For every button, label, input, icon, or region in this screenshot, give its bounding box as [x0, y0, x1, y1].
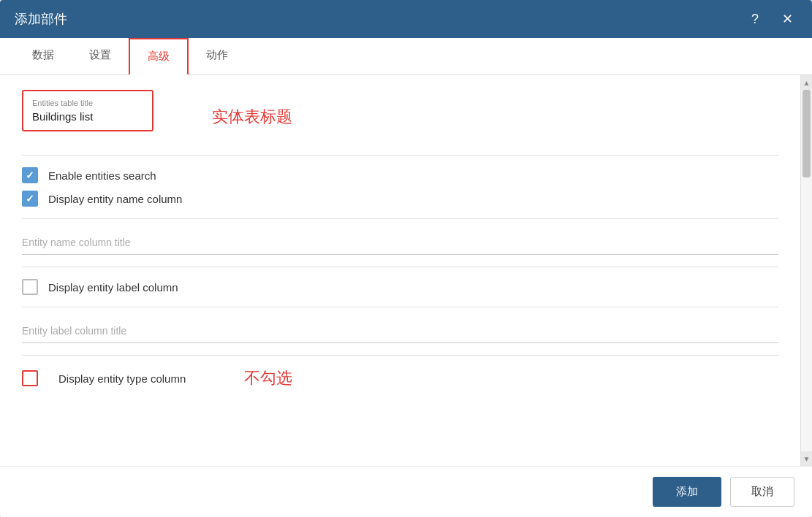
- display-name-column-checkbox[interactable]: ✓: [22, 191, 38, 207]
- display-type-column-checkbox[interactable]: [22, 370, 38, 386]
- entity-title-annotation: 实体表标题: [212, 106, 292, 128]
- scroll-up-button[interactable]: ▲: [801, 75, 812, 90]
- entity-title-row: Entities table title Buildings list 实体表标…: [22, 90, 778, 143]
- enable-search-label: Enable entities search: [48, 169, 156, 182]
- header-actions: ? ✕: [745, 9, 797, 29]
- entity-title-field[interactable]: Entities table title Buildings list: [22, 90, 153, 131]
- tab-advanced[interactable]: 高级: [129, 38, 189, 75]
- enable-search-row: ✓ Enable entities search: [22, 167, 778, 183]
- tab-action[interactable]: 动作: [189, 38, 246, 75]
- display-type-column-label: Display entity type column: [58, 372, 186, 385]
- checkmark-icon: ✓: [26, 170, 34, 180]
- scrollbar: ▲ ▼: [800, 75, 812, 466]
- cancel-button[interactable]: 取消: [730, 477, 794, 507]
- divider-2: [22, 218, 778, 219]
- close-button[interactable]: ✕: [777, 9, 797, 29]
- tab-settings[interactable]: 设置: [72, 38, 129, 75]
- entity-label-column-title-field: [22, 319, 778, 343]
- divider-3: [22, 267, 778, 267]
- display-name-column-row: ✓ Display entity name column: [22, 191, 778, 207]
- enable-search-checkbox[interactable]: ✓: [22, 167, 38, 183]
- entity-title-field-value: Buildings list: [32, 110, 143, 123]
- add-widget-dialog: 添加部件 ? ✕ 数据 设置 高级 动作 Entities table titl…: [0, 0, 812, 517]
- display-type-column-inner: Display entity type column: [22, 370, 186, 386]
- scrollbar-track[interactable]: [801, 90, 812, 451]
- scroll-down-button[interactable]: ▼: [801, 451, 812, 466]
- tab-bar: 数据 设置 高级 动作: [0, 38, 812, 75]
- entity-name-column-title-input[interactable]: [22, 231, 778, 255]
- divider-5: [22, 355, 778, 356]
- display-label-column-row: Display entity label column: [22, 279, 778, 295]
- entity-label-column-title-input[interactable]: [22, 319, 778, 343]
- display-type-annotation: 不勾选: [244, 367, 292, 389]
- display-name-column-label: Display entity name column: [48, 193, 182, 205]
- display-label-column-label: Display entity label column: [48, 281, 178, 294]
- dialog-body: Entities table title Buildings list 实体表标…: [0, 75, 812, 466]
- dialog-footer: 添加 取消: [0, 466, 812, 517]
- divider-4: [22, 307, 778, 307]
- dialog-title: 添加部件: [15, 10, 67, 28]
- display-label-column-checkbox[interactable]: [22, 279, 38, 295]
- add-button[interactable]: 添加: [653, 477, 721, 507]
- entity-title-field-label: Entities table title: [32, 99, 143, 107]
- scrollbar-thumb[interactable]: [802, 90, 811, 177]
- tab-data[interactable]: 数据: [15, 38, 72, 75]
- entity-name-column-title-field: [22, 231, 778, 255]
- dialog-content: Entities table title Buildings list 实体表标…: [0, 75, 800, 466]
- help-button[interactable]: ?: [745, 9, 765, 29]
- display-type-column-row: Display entity type column 不勾选: [22, 367, 778, 389]
- checkmark-icon-2: ✓: [26, 194, 34, 204]
- divider-1: [22, 155, 778, 156]
- dialog-header: 添加部件 ? ✕: [0, 0, 812, 38]
